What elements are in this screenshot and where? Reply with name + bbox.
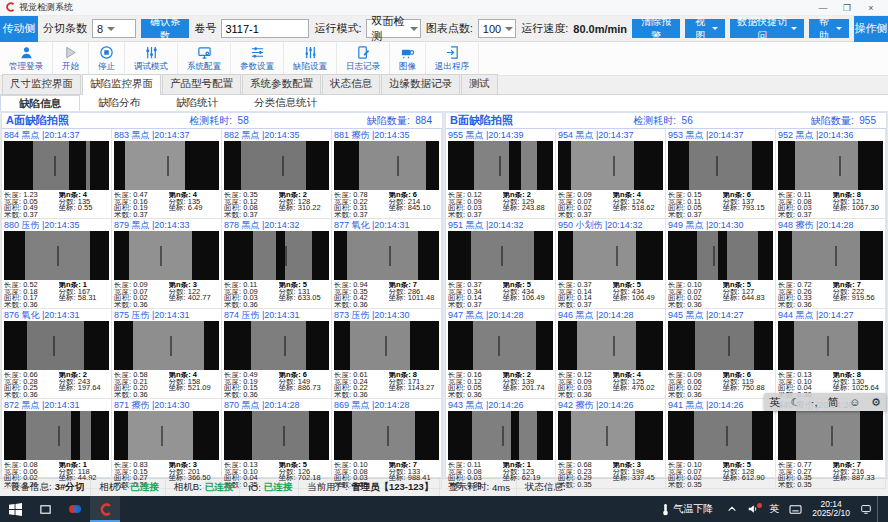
- view-menu-button[interactable]: 视图: [685, 19, 725, 38]
- defect-image[interactable]: [668, 321, 773, 370]
- defect-image[interactable]: [114, 321, 219, 370]
- defect-settings-button[interactable]: 缺陷设置: [284, 42, 337, 75]
- defect-cell[interactable]: 949 黑点 |20:14:30 长度: 0.10 宽度: 0.07 面积: 0…: [666, 219, 776, 309]
- defect-cell[interactable]: 871 擦伤 |20:14:30 长度: 0.83 宽度: 0.15 面积: 0…: [112, 399, 222, 489]
- system-config-button[interactable]: 系统配置: [178, 42, 231, 75]
- taskbar-app-icon[interactable]: [60, 496, 90, 522]
- main-tab[interactable]: 系统参数配置: [242, 74, 321, 94]
- defect-cell[interactable]: 884 黑点 |20:14:37 长度: 1.23 宽度: 0.05 面积: 0…: [2, 129, 112, 219]
- log-record-button[interactable]: 日志记录: [337, 42, 390, 75]
- defect-image[interactable]: [668, 411, 773, 460]
- image-button[interactable]: 图像: [390, 42, 426, 75]
- defect-image[interactable]: [778, 411, 883, 460]
- defect-image[interactable]: [558, 321, 663, 370]
- defect-image[interactable]: [778, 321, 883, 370]
- defect-image[interactable]: [334, 321, 439, 370]
- data-quick-access-menu-button[interactable]: 数据快捷访问: [730, 19, 804, 38]
- defect-image[interactable]: [448, 141, 553, 190]
- defect-cell[interactable]: 869 黑点 |20:14:28 长度: 0.10 宽度: 0.08 面积: 0…: [332, 399, 442, 489]
- slit-count-select[interactable]: 8: [92, 19, 136, 38]
- defect-image[interactable]: [448, 321, 553, 370]
- ime-punct-icon[interactable]: ·,: [811, 396, 818, 408]
- sub-tab[interactable]: 缺陷信息: [0, 95, 80, 111]
- defect-cell[interactable]: 878 黑点 |20:14:32 长度: 0.11 宽度: 0.09 面积: 0…: [222, 219, 332, 309]
- defect-cell[interactable]: 881 擦伤 |20:14:35 长度: 0.78 宽度: 0.22 面积: 0…: [332, 129, 442, 219]
- volume-icon[interactable]: [742, 496, 764, 522]
- defect-image[interactable]: [224, 411, 329, 460]
- defect-cell[interactable]: 954 黑点 |20:14:37 长度: 0.09 宽度: 0.07 面积: 0…: [556, 129, 666, 219]
- defect-image[interactable]: [4, 411, 109, 460]
- defect-cell[interactable]: 875 压伤 |20:14:31 长度: 0.58 宽度: 0.21 面积: 0…: [112, 309, 222, 399]
- defect-image[interactable]: [224, 321, 329, 370]
- defect-image[interactable]: [558, 231, 663, 280]
- defect-cell[interactable]: 946 黑点 |20:14:28 长度: 0.12 宽度: 0.09 面积: 0…: [556, 309, 666, 399]
- defect-image[interactable]: [668, 231, 773, 280]
- help-menu-button[interactable]: 帮助: [809, 19, 849, 38]
- defect-image[interactable]: [114, 231, 219, 280]
- ime-language-indicator[interactable]: 英: [764, 496, 784, 522]
- defect-image[interactable]: [558, 141, 663, 190]
- confirm-count-button[interactable]: 确认条数: [141, 19, 189, 38]
- defect-image[interactable]: [4, 321, 109, 370]
- defect-cell[interactable]: 872 黑点 |20:14:31 长度: 0.08 宽度: 0.06 面积: 0…: [2, 399, 112, 489]
- defect-cell[interactable]: 880 压伤 |20:14:35 长度: 0.52 宽度: 0.18 面积: 0…: [2, 219, 112, 309]
- run-mode-select[interactable]: 双面检测: [366, 19, 420, 38]
- defect-cell[interactable]: 951 黑点 |20:14:32 长度: 0.37 宽度: 0.34 面积: 0…: [446, 219, 556, 309]
- defect-image[interactable]: [4, 141, 109, 190]
- defect-image[interactable]: [668, 141, 773, 190]
- main-tab[interactable]: 尺寸监控界面: [2, 74, 81, 94]
- ime-toolbar[interactable]: 英☾·,简☺⚙: [764, 393, 886, 411]
- show-desktop-button[interactable]: [877, 496, 888, 522]
- keyboard-icon[interactable]: [784, 496, 807, 522]
- sub-tab[interactable]: 缺陷统计: [158, 95, 236, 111]
- defect-cell[interactable]: 876 氧化 |20:14:31 长度: 0.66 宽度: 0.28 面积: 0…: [2, 309, 112, 399]
- main-tab[interactable]: 缺陷监控界面: [82, 74, 161, 95]
- taskbar-active-app-icon[interactable]: [90, 496, 120, 522]
- defect-image[interactable]: [224, 231, 329, 280]
- maximize-button[interactable]: ❐: [835, 1, 859, 15]
- defect-image[interactable]: [448, 231, 553, 280]
- stop-button[interactable]: 停止: [89, 42, 125, 75]
- defect-cell[interactable]: 947 黑点 |20:14:28 长度: 0.16 宽度: 0.12 面积: 0…: [446, 309, 556, 399]
- defect-image[interactable]: [334, 141, 439, 190]
- main-tab[interactable]: 状态信息: [322, 74, 380, 94]
- admin-login-button[interactable]: 管理登录: [0, 42, 53, 75]
- defect-cell[interactable]: 950 小划伤 |20:14:32 长度: 0.37 宽度: 0.14 面积: …: [556, 219, 666, 309]
- defect-cell[interactable]: 945 黑点 |20:14:27 长度: 0.09 宽度: 0.06 面积: 0…: [666, 309, 776, 399]
- defect-image[interactable]: [558, 411, 663, 460]
- main-tab[interactable]: 产品型号配置: [162, 74, 241, 94]
- ime-simplified-toggle[interactable]: 简: [828, 395, 839, 410]
- chart-points-select[interactable]: 100: [478, 19, 516, 38]
- defect-cell[interactable]: 873 压伤 |20:14:30 长度: 0.61 宽度: 0.24 面积: 0…: [332, 309, 442, 399]
- param-settings-button[interactable]: 参数设置: [231, 42, 284, 75]
- defect-cell[interactable]: 943 黑点 |20:14:26 长度: 0.11 宽度: 0.08 面积: 0…: [446, 399, 556, 489]
- defect-image[interactable]: [778, 231, 883, 280]
- weather-widget[interactable]: 气温下降: [652, 496, 722, 522]
- main-tab[interactable]: 测试: [461, 74, 498, 94]
- defect-cell[interactable]: 870 黑点 |20:14:28 长度: 0.13 宽度: 0.10 面积: 0…: [222, 399, 332, 489]
- ime-emoji-icon[interactable]: ☺: [849, 396, 860, 408]
- defect-cell[interactable]: 953 黑点 |20:14:37 长度: 0.15 宽度: 0.11 面积: 0…: [666, 129, 776, 219]
- start-button[interactable]: [0, 496, 30, 522]
- defect-cell[interactable]: 952 黑点 |20:14:36 长度: 0.11 宽度: 0.08 面积: 0…: [776, 129, 886, 219]
- defect-image[interactable]: [778, 141, 883, 190]
- ime-fullhalf-icon[interactable]: ☾: [791, 396, 801, 409]
- defect-image[interactable]: [114, 411, 219, 460]
- defect-cell[interactable]: 955 黑点 |20:14:39 长度: 0.12 宽度: 0.09 面积: 0…: [446, 129, 556, 219]
- task-view-button[interactable]: [30, 496, 60, 522]
- defect-cell[interactable]: 948 擦伤 |20:14:28 长度: 0.72 宽度: 0.26 面积: 0…: [776, 219, 886, 309]
- exit-program-button[interactable]: 退出程序: [426, 42, 479, 75]
- defect-cell[interactable]: 944 黑点 |20:14:27 长度: 0.13 宽度: 0.10 面积: 0…: [776, 309, 886, 399]
- sub-tab[interactable]: 分类信息统计: [236, 95, 335, 111]
- defect-cell[interactable]: 877 氧化 |20:14:31 长度: 0.94 宽度: 0.35 面积: 0…: [332, 219, 442, 309]
- defect-cell[interactable]: 882 黑点 |20:14:35 长度: 0.35 宽度: 0.12 面积: 0…: [222, 129, 332, 219]
- start-button[interactable]: 开始: [53, 42, 89, 75]
- defect-cell[interactable]: 941 黑点 |20:14:26 长度: 0.10 宽度: 0.07 面积: 0…: [666, 399, 776, 489]
- defect-image[interactable]: [334, 411, 439, 460]
- drive-side-button[interactable]: 传动侧: [0, 16, 38, 42]
- defect-cell[interactable]: 879 黑点 |20:14:33 长度: 0.09 宽度: 0.07 面积: 0…: [112, 219, 222, 309]
- sub-tab[interactable]: 缺陷分布: [80, 95, 158, 111]
- ime-settings-icon[interactable]: ⚙: [871, 396, 881, 409]
- defect-image[interactable]: [4, 231, 109, 280]
- defect-image[interactable]: [224, 141, 329, 190]
